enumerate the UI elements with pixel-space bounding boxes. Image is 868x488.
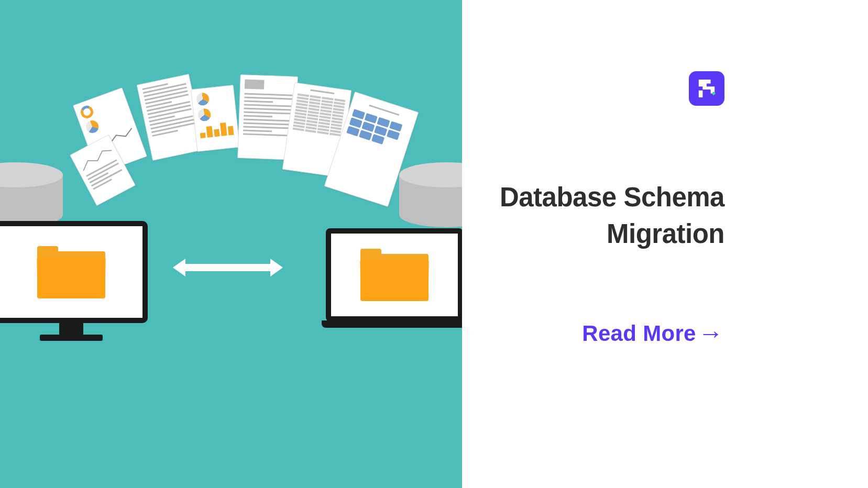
read-more-label: Read More [582,321,696,346]
arrow-right-icon: → [698,321,723,346]
document-pie-bars-icon [191,85,240,152]
page-title: Database Schema Migration [473,179,724,253]
double-arrow-icon [173,257,283,279]
flying-documents-icon [73,68,430,225]
laptop-icon [322,228,462,328]
read-more-link[interactable]: Read More→ [582,321,723,346]
content-panel: Database Schema Migration Read More→ [462,0,868,488]
folder-icon [37,246,105,298]
brand-logo-icon [689,71,724,106]
desktop-monitor-icon [0,221,148,341]
folder-icon [360,249,428,301]
illustration-panel [0,0,462,488]
